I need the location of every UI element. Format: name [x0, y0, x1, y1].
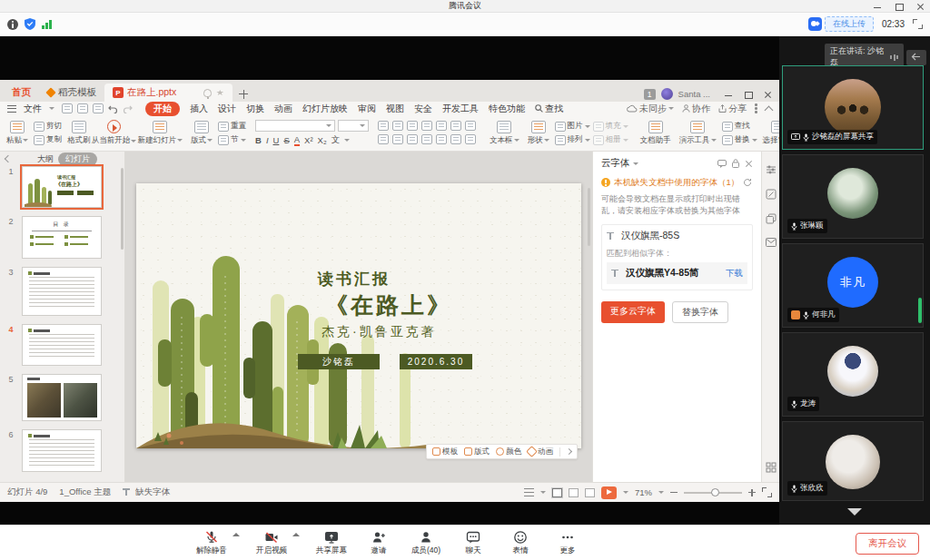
align-center-icon[interactable] — [392, 134, 403, 144]
play-from-current-button[interactable]: 从当前开始 — [103, 120, 126, 146]
slide-sorter-view-button[interactable] — [569, 488, 579, 497]
slide-thumbnail-1[interactable]: 读书汇报 《在路上》 — [22, 166, 102, 208]
layout-button[interactable]: 版式 — [188, 121, 215, 146]
zoom-in-icon[interactable] — [748, 489, 756, 496]
replace-font-button[interactable]: 替换字体 — [672, 301, 728, 323]
notes-caret-icon[interactable] — [540, 491, 546, 494]
quickbar-color-button[interactable]: 颜色 — [496, 447, 521, 457]
invite-button[interactable]: 邀请 — [363, 530, 394, 556]
numbering-icon[interactable] — [392, 121, 403, 131]
text-tools-button[interactable]: 文 — [331, 134, 341, 146]
textbox-button[interactable]: 文本框 — [487, 121, 522, 146]
feedback-bubble-icon[interactable] — [717, 160, 727, 168]
text-tools-caret-icon[interactable] — [344, 139, 350, 142]
play-caret-icon[interactable] — [623, 491, 628, 494]
mic-options-caret[interactable] — [232, 533, 240, 536]
replace-button[interactable]: 替换 — [722, 134, 757, 145]
pin-lock-icon[interactable] — [732, 159, 739, 168]
font-size-select[interactable] — [338, 120, 369, 132]
more-cloud-fonts-button[interactable]: 更多云字体 — [601, 301, 665, 323]
zoom-percent[interactable]: 71% — [635, 487, 652, 497]
menu-insert[interactable]: 插入 — [190, 103, 208, 115]
canvas-scrollbar[interactable] — [588, 188, 590, 246]
menu-view[interactable]: 视图 — [386, 103, 404, 115]
emoji-button[interactable]: 表情 — [505, 530, 536, 556]
more-participants-arrow[interactable] — [847, 508, 862, 516]
subscript-button[interactable]: X₂ — [318, 135, 327, 145]
upload-badge-label[interactable]: 在线上传 — [825, 16, 874, 32]
slide-thumbnail-5[interactable] — [22, 374, 102, 421]
collaborate-button[interactable]: 协作 — [682, 103, 710, 115]
participant-tile-4[interactable]: 龙涛 — [782, 332, 924, 417]
fullscreen-icon[interactable] — [913, 19, 923, 29]
zoom-out-icon[interactable] — [670, 492, 678, 493]
file-menu[interactable]: 文件 — [24, 103, 42, 115]
format-painter-button[interactable]: 格式刷 — [64, 121, 94, 146]
participant-tile-screen-share[interactable]: 沙铭磊的屏幕共享 — [782, 65, 924, 150]
slide-thumbnail-6[interactable] — [22, 429, 102, 472]
italic-button[interactable]: I — [266, 135, 269, 145]
line-spacing-icon[interactable] — [436, 121, 447, 131]
text-direction-icon[interactable] — [465, 121, 476, 131]
download-link[interactable]: 下载 — [726, 268, 743, 280]
strikethrough-button[interactable]: S — [283, 135, 289, 145]
meeting-info-icon[interactable] — [7, 19, 18, 30]
print-icon[interactable] — [77, 103, 88, 113]
thumbnail-scrollbar[interactable] — [121, 168, 124, 250]
participant-tile-3[interactable]: 非凡 何非凡 — [782, 243, 924, 328]
wps-restore-icon[interactable] — [743, 89, 754, 100]
menu-animation[interactable]: 动画 — [274, 103, 292, 115]
album-button[interactable]: 相册 — [593, 134, 628, 145]
theme-name[interactable]: 1_Office 主题 — [59, 486, 111, 498]
quickbar-template-button[interactable]: 模板 — [432, 447, 458, 457]
bold-button[interactable]: B — [255, 135, 262, 145]
justify-icon[interactable] — [421, 134, 432, 144]
notes-icon[interactable] — [524, 488, 534, 496]
align-bottom-icon[interactable] — [465, 134, 476, 144]
reading-view-button[interactable] — [585, 488, 595, 497]
wps-close-icon[interactable] — [763, 89, 774, 100]
wps-tab-home[interactable]: 首页 — [4, 84, 39, 102]
align-middle-icon[interactable] — [450, 134, 461, 144]
outline-tab[interactable]: 大纲 — [37, 153, 54, 165]
maximize-icon[interactable] — [894, 1, 905, 12]
network-signal-icon[interactable] — [42, 19, 53, 30]
missing-font-row[interactable]: 汉仪旗黑-85S — [607, 230, 747, 242]
font-name-select[interactable] — [255, 120, 335, 132]
presentation-tools-button[interactable]: 演示工具 — [677, 121, 719, 146]
normal-view-button[interactable] — [552, 488, 562, 497]
menu-slideshow[interactable]: 幻灯片放映 — [302, 103, 348, 115]
participant-tile-5[interactable]: 张欣欣 — [782, 421, 924, 501]
zoom-slider-knob[interactable] — [711, 488, 719, 496]
slide-thumbnail-4[interactable] — [22, 324, 102, 366]
cloud-sync-status[interactable]: 未同步 — [627, 103, 674, 115]
menu-home[interactable]: 开始 — [145, 102, 180, 116]
fill-button[interactable]: 填充 — [593, 121, 628, 132]
app-upload-badge[interactable]: 在线上传 — [808, 16, 874, 32]
outdent-icon[interactable] — [407, 121, 418, 131]
wps-user-name[interactable]: Santa ... — [678, 89, 710, 99]
bullets-icon[interactable] — [378, 121, 389, 131]
shape-button[interactable]: 形状 — [525, 121, 552, 146]
minimize-icon[interactable] — [872, 1, 883, 12]
mail-icon[interactable] — [766, 238, 777, 247]
slides-tab[interactable]: 幻灯片 — [58, 152, 97, 166]
zoom-caret-icon[interactable] — [658, 491, 664, 494]
more-options-icon[interactable] — [755, 103, 757, 113]
quickbar-animation-button[interactable]: 动画 — [528, 447, 553, 457]
message-count-badge[interactable]: 1 — [644, 89, 656, 100]
doc-assistant-button[interactable]: 文档助手 — [638, 121, 674, 146]
refresh-icon[interactable] — [743, 178, 752, 187]
undo-icon[interactable] — [108, 104, 118, 113]
align-left-icon[interactable] — [378, 134, 389, 144]
video-options-caret[interactable] — [292, 533, 300, 536]
fit-slide-icon[interactable] — [762, 487, 772, 497]
grid-view-icon[interactable] — [766, 462, 777, 473]
favorite-star-icon[interactable] — [215, 88, 224, 97]
font-color-button[interactable]: A — [294, 134, 300, 146]
tips-bulb-icon[interactable] — [203, 89, 212, 97]
copy-button[interactable]: 复制 — [34, 134, 62, 145]
paste-button[interactable]: 粘贴 — [4, 121, 31, 146]
leave-meeting-button[interactable]: 离开会议 — [856, 533, 919, 555]
current-slide[interactable]: 读书汇报 《在路上》 杰克·凯鲁亚克著 沙铭磊 2020.6.30 — [136, 183, 581, 448]
